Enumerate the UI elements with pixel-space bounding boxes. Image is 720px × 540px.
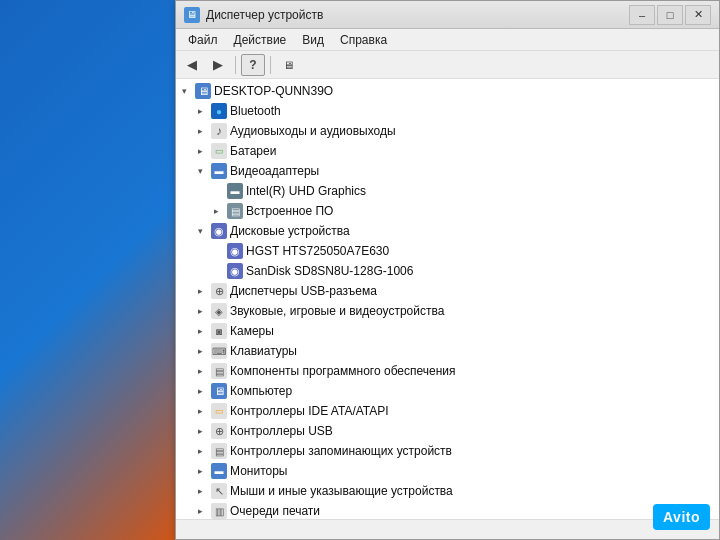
- tree-arrow[interactable]: ▸: [192, 501, 208, 519]
- tree-node-print[interactable]: ▸▥Очереди печати: [176, 501, 719, 519]
- tree-node-disk[interactable]: ▾◉Дисковые устройства: [176, 221, 719, 241]
- tree-node-icon: ▤: [227, 203, 243, 219]
- tree-arrow[interactable]: ▸: [192, 101, 208, 121]
- tree-node-icon: ↖: [211, 483, 227, 499]
- tree-arrow[interactable]: ▸: [208, 201, 224, 221]
- statusbar: [176, 519, 719, 539]
- tree-node-root[interactable]: ▾🖥DESKTOP-QUNN39O: [176, 81, 719, 101]
- tree-arrow[interactable]: ▾: [192, 221, 208, 241]
- tree-node-mice[interactable]: ▸↖Мыши и иные указывающие устройства: [176, 481, 719, 501]
- tree-node-bluetooth[interactable]: ▸●Bluetooth: [176, 101, 719, 121]
- tree-node-label: DESKTOP-QUNN39O: [214, 84, 715, 98]
- tree-node-sound[interactable]: ▸◈Звуковые, игровые и видеоустройства: [176, 301, 719, 321]
- tree-node-icon: ▤: [211, 363, 227, 379]
- tree-node-sandisk[interactable]: ◉SanDisk SD8SN8U-128G-1006: [176, 261, 719, 281]
- tree-node-battery[interactable]: ▸▭Батареи: [176, 141, 719, 161]
- titlebar-controls: – □ ✕: [629, 5, 711, 25]
- tree-node-icon: 🖥: [211, 383, 227, 399]
- tree-arrow[interactable]: ▾: [192, 161, 208, 181]
- tree-node-label: Батареи: [230, 144, 715, 158]
- tree-node-label: Контроллеры запоминающих устройств: [230, 444, 715, 458]
- tree-node-label: Звуковые, игровые и видеоустройства: [230, 304, 715, 318]
- tree-node-icon: ▭: [211, 143, 227, 159]
- toolbar-separator-1: [235, 56, 236, 74]
- tree-node-usb-controllers[interactable]: ▸⊕Контроллеры USB: [176, 421, 719, 441]
- tree-arrow[interactable]: ▸: [192, 361, 208, 381]
- tree-node-label: HGST HTS725050A7E630: [246, 244, 715, 258]
- tree-arrow[interactable]: ▸: [192, 301, 208, 321]
- menu-view[interactable]: Вид: [294, 31, 332, 49]
- tree-node-icon: ▭: [211, 403, 227, 419]
- tree-node-label: Intel(R) UHD Graphics: [246, 184, 715, 198]
- tree-node-storage-ctrl[interactable]: ▸▤Контроллеры запоминающих устройств: [176, 441, 719, 461]
- tree-node-label: Диспетчеры USB-разъема: [230, 284, 715, 298]
- tree-node-icon: ⌨: [211, 343, 227, 359]
- tree-node-audio[interactable]: ▸♪Аудиовыходы и аудиовыходы: [176, 121, 719, 141]
- tree-arrow[interactable]: ▸: [192, 381, 208, 401]
- minimize-button[interactable]: –: [629, 5, 655, 25]
- tree-arrow[interactable]: ▸: [192, 321, 208, 341]
- tree-node-hgst[interactable]: ◉HGST HTS725050A7E630: [176, 241, 719, 261]
- device-manager-button[interactable]: 🖥: [276, 54, 300, 76]
- avito-badge: Avito: [653, 504, 710, 530]
- maximize-button[interactable]: □: [657, 5, 683, 25]
- tree-arrow[interactable]: ▸: [192, 441, 208, 461]
- tree-node-firmware[interactable]: ▸▤Встроенное ПО: [176, 201, 719, 221]
- tree-node-label: Компьютер: [230, 384, 715, 398]
- tree-arrow[interactable]: ▸: [192, 421, 208, 441]
- tree-node-label: Мыши и иные указывающие устройства: [230, 484, 715, 498]
- back-button[interactable]: ◀: [180, 54, 204, 76]
- tree-node-cameras[interactable]: ▸◙Камеры: [176, 321, 719, 341]
- tree-node-icon: ▤: [211, 443, 227, 459]
- tree-arrow[interactable]: ▸: [192, 341, 208, 361]
- tree-arrow[interactable]: ▸: [192, 121, 208, 141]
- tree-node-icon: 🖥: [195, 83, 211, 99]
- tree-node-icon: ◉: [227, 243, 243, 259]
- tree-node-icon: ●: [211, 103, 227, 119]
- forward-button[interactable]: ▶: [206, 54, 230, 76]
- tree-node-label: Bluetooth: [230, 104, 715, 118]
- tree-arrow[interactable]: ▸: [192, 401, 208, 421]
- help-button[interactable]: ?: [241, 54, 265, 76]
- tree-node-icon: ⊕: [211, 283, 227, 299]
- tree-node-icon: ▬: [211, 163, 227, 179]
- titlebar-icon: 🖥: [184, 7, 200, 23]
- tree-node-label: SanDisk SD8SN8U-128G-1006: [246, 264, 715, 278]
- desktop: 🖥 Диспетчер устройств – □ ✕ Файл Действи…: [0, 0, 720, 540]
- tree-node-software[interactable]: ▸▤Компоненты программного обеспечения: [176, 361, 719, 381]
- tree-node-label: Клавиатуры: [230, 344, 715, 358]
- tree-arrow[interactable]: ▸: [192, 281, 208, 301]
- tree-arrow[interactable]: ▾: [176, 81, 192, 101]
- tree-node-icon: ◈: [211, 303, 227, 319]
- tree-node-label: Камеры: [230, 324, 715, 338]
- tree-node-intel-uhd[interactable]: ▬Intel(R) UHD Graphics: [176, 181, 719, 201]
- tree-node-keyboards[interactable]: ▸⌨Клавиатуры: [176, 341, 719, 361]
- tree-node-icon: ◉: [211, 223, 227, 239]
- tree-node-label: Очереди печати: [230, 504, 715, 518]
- tree-node-icon: ◉: [227, 263, 243, 279]
- tree-arrow[interactable]: ▸: [192, 141, 208, 161]
- tree-node-icon: ▬: [211, 463, 227, 479]
- menu-file[interactable]: Файл: [180, 31, 226, 49]
- device-manager-window: 🖥 Диспетчер устройств – □ ✕ Файл Действи…: [175, 0, 720, 540]
- tree-arrow[interactable]: ▸: [192, 461, 208, 481]
- tree-node-label: Контроллеры IDE ATA/ATAPI: [230, 404, 715, 418]
- tree-node-ide[interactable]: ▸▭Контроллеры IDE ATA/ATAPI: [176, 401, 719, 421]
- tree-node-label: Контроллеры USB: [230, 424, 715, 438]
- tree-node-label: Аудиовыходы и аудиовыходы: [230, 124, 715, 138]
- tree-arrow[interactable]: ▸: [192, 481, 208, 501]
- close-button[interactable]: ✕: [685, 5, 711, 25]
- device-tree[interactable]: ▾🖥DESKTOP-QUNN39O▸●Bluetooth▸♪Аудиовыход…: [176, 79, 719, 519]
- tree-node-label: Встроенное ПО: [246, 204, 715, 218]
- tree-node-display[interactable]: ▾▬Видеоадаптеры: [176, 161, 719, 181]
- menubar: Файл Действие Вид Справка: [176, 29, 719, 51]
- tree-node-label: Видеоадаптеры: [230, 164, 715, 178]
- toolbar-separator-2: [270, 56, 271, 74]
- tree-node-monitors[interactable]: ▸▬Мониторы: [176, 461, 719, 481]
- tree-node-icon: ♪: [211, 123, 227, 139]
- tree-node-computer[interactable]: ▸🖥Компьютер: [176, 381, 719, 401]
- tree-node-icon: ▥: [211, 503, 227, 519]
- menu-action[interactable]: Действие: [226, 31, 295, 49]
- menu-help[interactable]: Справка: [332, 31, 395, 49]
- tree-node-usb-ctrl[interactable]: ▸⊕Диспетчеры USB-разъема: [176, 281, 719, 301]
